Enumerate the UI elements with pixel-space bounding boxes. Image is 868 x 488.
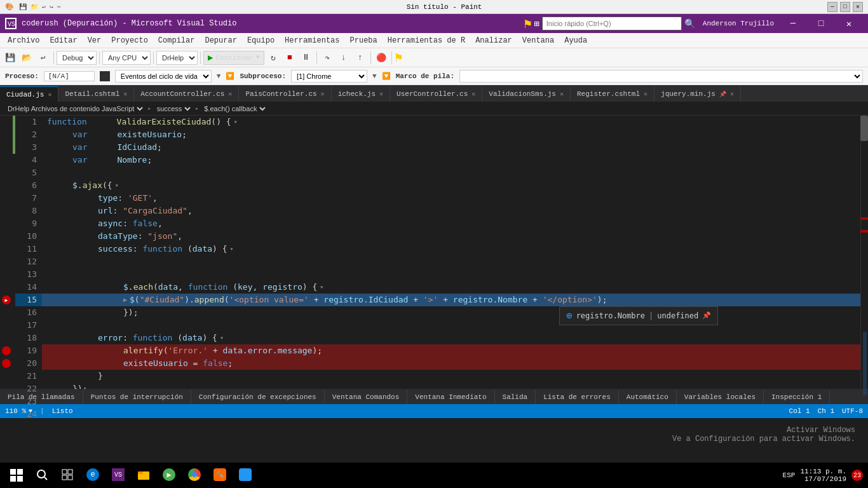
tab-account-close[interactable]: ✕ [228,90,232,98]
scrollbar-thumb[interactable] [860,116,868,141]
menu-prueba[interactable]: Prueba [345,33,383,48]
status-utf: UTF-8 [842,407,863,415]
collapse-1[interactable]: ▾ [234,116,238,128]
tab-autos[interactable]: Automático [619,390,677,404]
tab-user-controller[interactable]: UserController.cs ✕ [390,86,482,102]
tab-breakpoints[interactable]: Puntos de interrupción [83,390,191,404]
str-CargaCiudad: "CargaCiudad" [123,205,187,217]
punct-11b: ) { [212,243,227,255]
paint-minimize-btn[interactable]: ─ [827,2,837,12]
tab-locals[interactable]: Variables locales [677,390,764,404]
line-num-15: 15 [15,294,42,306]
tab-validacion-sms[interactable]: ValidacionSms.js ✕ [482,86,571,102]
tab-pais-controller[interactable]: PaisController.cs ✕ [239,86,331,102]
toolbar-breakpoint-btn[interactable]: 🔴 [374,50,389,65]
menu-compilar[interactable]: Compilar [153,33,200,48]
drhelp-dropdown[interactable]: DrHelp [156,51,198,65]
vs-maximize-btn[interactable]: □ [807,14,835,33]
search-icon[interactable]: 🔍 [684,18,695,29]
var-existeUsuario: existeUsuario [117,128,182,141]
toolbar-bookmark-btn[interactable]: ⚑ [395,50,402,65]
breadcrumb-func-dropdown[interactable]: success [154,104,193,113]
collapse-14[interactable]: ▾ [320,281,323,294]
toolbar-open-btn[interactable]: 📂 [19,50,34,65]
toolbar-sep1 [53,51,54,64]
line-num-16: 16 [15,306,42,319]
editor-tabs: Ciudad.js ✕ Detail.cshtml ✕ AccountContr… [0,85,868,102]
tab-ciudad-js-close[interactable]: ✕ [48,91,51,98]
tab-ciudad-js[interactable]: Ciudad.js ✕ [0,86,58,102]
breadcrumb-root-dropdown[interactable]: DrHelp Archivos de contenido JavaScript [5,104,145,113]
tab-jquery-close[interactable]: ✕ [730,90,734,98]
toolbar-undo-btn[interactable]: ↩ [36,50,51,65]
collapse-11[interactable]: ▾ [230,243,234,255]
vs-minimize-btn[interactable]: ─ [779,14,807,33]
toolbar-step-over[interactable]: ↷ [320,50,335,65]
continue-btn[interactable]: ▶ Continuar ▼ [203,51,264,65]
tab-detail-close[interactable]: ✕ [123,90,127,98]
tab-output[interactable]: Salida [495,390,536,404]
tooltip-pin-btn[interactable]: 📌 [702,309,711,322]
menu-ventana[interactable]: Ventana [517,33,559,48]
code-line-7: type : 'GET' , [42,192,860,205]
code-editor[interactable]: function ValidarExisteCiudad () { ▾ var … [42,116,860,389]
toolbar-pause-btn[interactable]: ⏸ [299,50,314,65]
tab-watch1[interactable]: Inspección 1 [764,390,830,404]
toolbar-step-out[interactable]: ↑ [353,50,368,65]
menu-ayuda[interactable]: Ayuda [559,33,592,48]
tab-register-cshtml[interactable]: Register.cshtml ✕ [571,86,654,102]
platform-dropdown[interactable]: Any CPU [102,51,151,65]
menu-proyecto[interactable]: Proyecto [106,33,153,48]
menu-ver[interactable]: Ver [83,33,107,48]
tab-account-controller[interactable]: AccountController.cs ✕ [134,86,239,102]
tab-immediate[interactable]: Ventana Inmediato [407,390,494,404]
gutter-line-9 [0,217,13,230]
collapse-6[interactable]: ▾ [115,179,119,192]
tab-icheck-label: icheck.js [338,90,376,98]
paint-close-btn[interactable]: ✕ [853,2,863,12]
line-num-3: 3 [15,141,42,154]
menu-archivo[interactable]: Archivo [3,33,44,48]
lifecycle-events-dropdown[interactable]: Eventos del ciclo de vida [115,70,212,83]
gutter-line-3 [0,141,13,154]
tab-exceptions[interactable]: Configuración de excepciones [191,390,325,404]
code-line-17 [42,319,860,332]
vertical-scrollbar[interactable] [860,116,868,389]
tab-register-close[interactable]: ✕ [644,90,648,98]
breadcrumb-callback-dropdown[interactable]: $.each() callback [201,104,268,113]
tab-error-list[interactable]: Lista de errores [536,390,619,404]
process-settings-btn[interactable]: ⚙ [100,71,110,81]
collapse-18[interactable]: ▾ [220,332,224,344]
toolbar-step-into[interactable]: ↓ [336,50,351,65]
toolbar-refresh-btn[interactable]: ↻ [266,50,281,65]
menu-equipo[interactable]: Equipo [242,33,280,48]
tab-icheck[interactable]: icheck.js ✕ [332,86,390,102]
tab-validacion-close[interactable]: ✕ [560,90,564,98]
punct-22: }); [72,383,87,389]
gutter-line-6 [0,179,13,192]
debug-filter-icon: ▼ [217,72,221,80]
tab-user-close[interactable]: ✕ [471,90,475,98]
tab-command-window[interactable]: Ventana Comandos [325,390,408,404]
menu-analizar[interactable]: Analizar [470,33,517,48]
toolbar-save-btn[interactable]: 💾 [3,50,18,65]
continue-dropdown-icon[interactable]: ▼ [256,54,260,61]
vs-close-btn[interactable]: ✕ [835,14,863,33]
gutter-line-17 [0,319,13,332]
stack-dropdown[interactable] [459,70,863,83]
tab-pais-close[interactable]: ✕ [321,90,325,98]
paint-maximize-btn[interactable]: □ [840,2,850,12]
toolbar-stop-btn[interactable]: ■ [282,50,297,65]
prop-error: error [98,332,123,344]
tab-jquery-min[interactable]: jquery.min.js 📌 ✕ [654,86,741,102]
menu-herramientas[interactable]: Herramientas [280,33,344,48]
tab-detail-cshtml[interactable]: Detail.cshtml ✕ [58,86,134,102]
menu-herramientas-r[interactable]: Herramientas de R [383,33,470,48]
menu-depurar[interactable]: Depurar [200,33,241,48]
paint-toolbar-icons: 💾 📁 ↩ ↪ ✂ [19,3,61,11]
subprocess-dropdown[interactable]: [1] Chrome [291,70,367,83]
tab-icheck-close[interactable]: ✕ [379,90,383,98]
debug-mode-dropdown[interactable]: Debug [57,51,97,65]
menu-editar[interactable]: Editar [44,33,82,48]
quick-search-input[interactable] [542,17,682,30]
